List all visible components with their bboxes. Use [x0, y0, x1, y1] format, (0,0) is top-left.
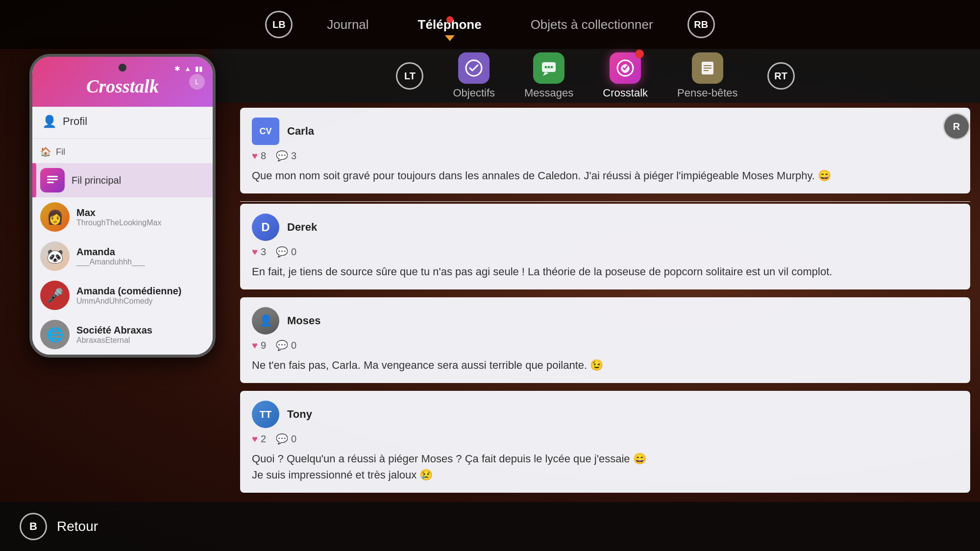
lb-button[interactable]: LB — [265, 11, 293, 38]
max-avatar: 👩 — [40, 202, 70, 232]
svg-point-5 — [551, 66, 553, 69]
r-scroll-button[interactable]: R — [943, 113, 970, 140]
abraxas-handle: AbraxasEternal — [76, 336, 152, 345]
comment-icon: 💬 — [276, 433, 288, 445]
abraxas-name: Société Abraxas — [76, 325, 152, 336]
post-tony: TT Tony ♥ 2 💬 0 Quoi ? Quelqu'un a réuss… — [240, 391, 970, 493]
moses-comments: 💬 0 — [276, 339, 296, 351]
svg-rect-12 — [47, 179, 58, 180]
profil-icon: 👤 — [42, 115, 57, 128]
contact-societe-abraxas[interactable]: 🌐 Société Abraxas AbraxasEternal — [32, 315, 213, 354]
contact-amanda-comedienne[interactable]: 🎤 Amanda (comédienne) UmmAndUhhComedy — [32, 276, 213, 315]
contact-diamond[interactable]: 👩 Diamond __ShineBrightLikeA__ — [32, 354, 213, 358]
lt-button[interactable]: LT — [396, 62, 423, 90]
post-carla: CV Carla ♥ 8 💬 3 Que mon nom soit gravé … — [240, 108, 970, 193]
amanda-name: Amanda — [76, 246, 145, 258]
messages-label: Messages — [524, 87, 573, 99]
tab-journal[interactable]: Journal — [302, 12, 393, 37]
carla-text: Que mon nom soit gravé pour toujours dan… — [252, 168, 958, 184]
crosstalk-badge — [635, 49, 644, 58]
app-navigation: LT Objectifs Messages — [211, 49, 980, 103]
fil-principal-label: Fil principal — [72, 175, 121, 186]
amanda-c-avatar: 🎤 — [40, 281, 70, 310]
fil-principal-icon — [40, 168, 65, 192]
phone-app-title: Crosstalk — [42, 75, 203, 97]
tab-telephone[interactable]: Téléphone — [393, 12, 506, 37]
back-label: Retour — [57, 519, 98, 534]
post-derek: D Derek ♥ 3 💬 0 En fait, je tiens de sou… — [240, 204, 970, 289]
tab-dot — [446, 16, 453, 23]
phone-content: 👤 Profil 🏠 Fil Fil principal 👩 — [32, 107, 213, 358]
tony-likes: ♥ 2 — [252, 433, 266, 445]
divider — [240, 201, 970, 202]
contact-amanda[interactable]: 🐼 Amanda ___Amanduhhh___ — [32, 237, 213, 276]
phone-frame: ✱ ▲ ▮▮ Crosstalk L 👤 Profil 🏠 Fil — [29, 54, 216, 358]
objectifs-icon — [458, 52, 490, 84]
heart-icon: ♥ — [252, 340, 258, 351]
svg-point-3 — [545, 66, 547, 69]
tony-comments: 💬 0 — [276, 433, 296, 445]
carla-name: Carla — [287, 125, 314, 138]
app-nav-messages[interactable]: Messages — [524, 52, 573, 99]
crosstalk-icon — [610, 52, 641, 84]
carla-comments: 💬 3 — [276, 150, 296, 162]
main-feed: CV Carla ♥ 8 💬 3 Que mon nom soit gravé … — [230, 103, 980, 502]
fil-principal-item[interactable]: Fil principal — [32, 163, 213, 197]
amanda-c-handle: UmmAndUhhComedy — [76, 297, 181, 306]
derek-text: En fait, je tiens de source sûre que tu … — [252, 264, 958, 280]
moses-text: Ne t'en fais pas, Carla. Ma vengeance se… — [252, 357, 958, 373]
tab-objets[interactable]: Objets à collectionner — [506, 12, 678, 37]
svg-point-4 — [548, 66, 550, 69]
profil-label: Profil — [63, 115, 87, 128]
svg-rect-13 — [47, 182, 54, 183]
divider — [32, 138, 213, 139]
contact-max[interactable]: 👩 Max ThroughTheLookingMax — [32, 197, 213, 237]
max-name: Max — [76, 207, 161, 218]
crosstalk-label: Crosstalk — [603, 87, 648, 99]
carla-likes: ♥ 8 — [252, 150, 266, 162]
fil-section-header: 🏠 Fil — [32, 141, 213, 163]
comment-icon: 💬 — [276, 150, 288, 162]
amanda-c-name: Amanda (comédienne) — [76, 286, 181, 297]
derek-name: Derek — [287, 221, 317, 234]
svg-marker-2 — [543, 72, 549, 76]
phone-l-button[interactable]: L — [189, 74, 205, 90]
app-nav-objectifs[interactable]: Objectifs — [453, 52, 495, 99]
heart-icon: ♥ — [252, 150, 258, 162]
tony-name: Tony — [287, 408, 312, 421]
tony-avatar: TT — [252, 401, 279, 428]
app-nav-crosstalk[interactable]: Crosstalk — [603, 52, 648, 99]
comment-icon: 💬 — [276, 246, 288, 258]
derek-comments: 💬 0 — [276, 246, 296, 258]
abraxas-avatar: 🌐 — [40, 320, 70, 349]
active-indicator — [32, 163, 36, 197]
amanda-avatar: 🐼 — [40, 241, 70, 271]
pense-betes-label: Pense-bêtes — [677, 87, 738, 99]
heart-icon: ♥ — [252, 246, 258, 258]
tony-text: Quoi ? Quelqu'un a réussi à piéger Moses… — [252, 451, 958, 483]
comment-icon: 💬 — [276, 339, 288, 351]
amanda-handle: ___Amanduhhh___ — [76, 258, 145, 266]
rb-button[interactable]: RB — [687, 11, 715, 38]
fil-label: Fil — [56, 147, 65, 157]
post-moses: 👤 Moses ♥ 9 💬 0 Ne t'en fais pas, Carla.… — [240, 297, 970, 383]
rt-button[interactable]: RT — [767, 62, 795, 90]
phone-camera — [119, 64, 126, 72]
nav-tabs: Journal Téléphone Objets à collectionner — [302, 12, 677, 37]
app-nav-pense-betes[interactable]: Pense-bêtes — [677, 52, 738, 99]
moses-name: Moses — [287, 314, 320, 327]
moses-likes: ♥ 9 — [252, 339, 266, 351]
b-button[interactable]: B — [20, 513, 47, 540]
objectifs-label: Objectifs — [453, 87, 495, 99]
messages-icon — [533, 52, 564, 84]
moses-avatar: 👤 — [252, 307, 279, 335]
phone-header: ✱ ▲ ▮▮ Crosstalk L — [32, 57, 213, 107]
profil-button[interactable]: 👤 Profil — [32, 107, 213, 136]
max-handle: ThroughTheLookingMax — [76, 218, 161, 227]
heart-icon: ♥ — [252, 433, 258, 445]
carla-avatar: CV — [252, 118, 279, 145]
svg-rect-11 — [47, 176, 58, 177]
bottom-bar: B Retour — [0, 502, 980, 551]
derek-likes: ♥ 3 — [252, 246, 266, 258]
top-navigation: LB Journal Téléphone Objets à collection… — [0, 0, 980, 49]
